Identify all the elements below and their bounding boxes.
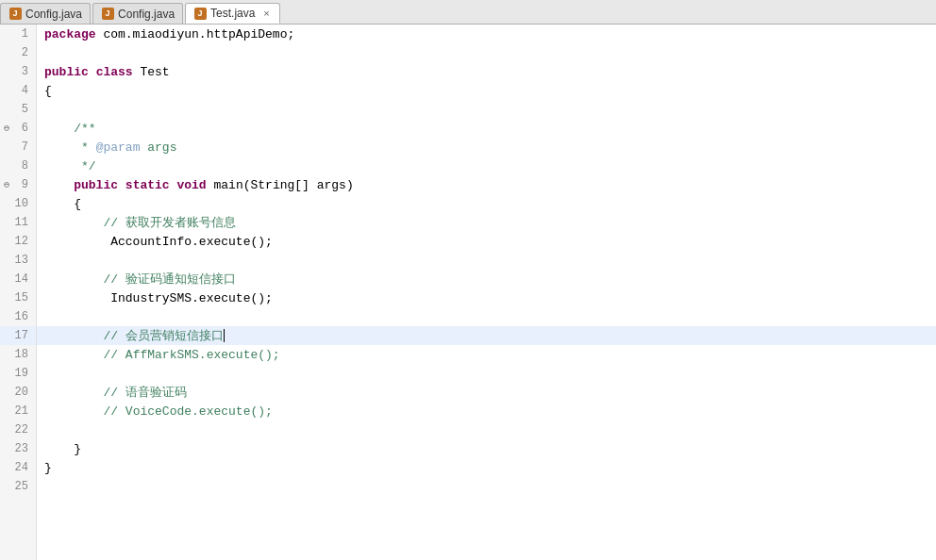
fold-icon-9[interactable]: ⊖ xyxy=(0,179,13,190)
tab-config1[interactable]: JConfig.java xyxy=(0,3,91,24)
line-number-24: 24 xyxy=(0,461,36,474)
gutter-row-8: 8 xyxy=(0,156,36,175)
token-param-tag: @param xyxy=(96,140,141,155)
token-javadoc: args xyxy=(140,140,176,155)
code-line-4: { xyxy=(37,81,936,100)
code-line-10: { xyxy=(37,194,936,213)
token-normal xyxy=(44,404,103,419)
tab-label-config1: Config.java xyxy=(25,8,82,21)
code-line-13 xyxy=(37,251,936,270)
line-number-18: 18 xyxy=(0,348,36,361)
line-number-8: 8 xyxy=(0,159,36,173)
gutter-row-6: ⊖6 xyxy=(0,119,36,138)
code-line-18: // AffMarkSMS.execute(); xyxy=(37,345,936,364)
gutter-row-14: 14 xyxy=(0,270,36,288)
token-normal xyxy=(44,272,103,287)
line-number-3: 3 xyxy=(0,65,36,78)
gutter-row-18: 18 xyxy=(0,345,36,364)
code-line-8: */ xyxy=(37,156,936,175)
code-area[interactable]: package com.miaodiyun.httpApiDemo; publi… xyxy=(37,25,936,560)
gutter-row-11: 11 xyxy=(0,213,36,232)
token-normal xyxy=(44,329,103,343)
fold-icon-6[interactable]: ⊖ xyxy=(0,123,13,134)
token-normal: } xyxy=(44,442,81,456)
line-number-25: 25 xyxy=(0,480,36,493)
code-line-5 xyxy=(37,100,936,119)
code-line-24: } xyxy=(37,458,936,477)
text-cursor xyxy=(224,329,225,342)
gutter-row-5: 5 xyxy=(0,100,36,119)
gutter-row-3: 3 xyxy=(0,62,36,81)
line-number-13: 13 xyxy=(0,254,36,267)
tab-config2[interactable]: JConfig.java xyxy=(92,3,183,24)
gutter-row-12: 12 xyxy=(0,232,36,251)
line-number-22: 22 xyxy=(0,423,36,436)
code-line-21: // VoiceCode.execute(); xyxy=(37,402,936,420)
tab-icon-config2: J xyxy=(101,8,114,21)
code-line-20: // 语音验证码 xyxy=(37,383,936,402)
token-comment: // VoiceCode.execute(); xyxy=(103,404,272,419)
token-javadoc: * xyxy=(81,140,96,155)
token-comment: // AffMarkSMS.execute(); xyxy=(103,348,279,362)
token-kw-static: static xyxy=(125,178,170,192)
gutter-row-1: 1 xyxy=(0,25,36,43)
token-normal xyxy=(170,178,177,192)
line-number-11: 11 xyxy=(0,216,36,229)
token-normal: { xyxy=(44,197,81,211)
gutter-row-19: 19 xyxy=(0,364,36,383)
tab-test[interactable]: JTest.java× xyxy=(185,3,280,24)
tab-bar: JConfig.javaJConfig.javaJTest.java× xyxy=(0,0,936,25)
token-normal: com.miaodiyun.httpApiDemo; xyxy=(96,27,295,41)
tab-icon-config1: J xyxy=(8,8,22,21)
token-javadoc: /** xyxy=(74,122,95,136)
token-comment: // 语音验证码 xyxy=(103,384,186,401)
gutter-row-10: 10 xyxy=(0,194,36,213)
token-normal xyxy=(44,386,103,400)
line-number-20: 20 xyxy=(0,386,36,399)
token-normal: IndustrySMS.execute(); xyxy=(44,291,273,305)
gutter-row-9: ⊖9 xyxy=(0,175,36,194)
gutter-row-25: 25 xyxy=(0,477,36,496)
token-normal xyxy=(44,140,81,155)
code-line-16 xyxy=(37,307,936,326)
token-normal: Test xyxy=(133,65,170,79)
token-javadoc: */ xyxy=(81,159,96,173)
gutter-row-4: 4 xyxy=(0,81,36,100)
tab-icon-test: J xyxy=(193,7,207,20)
code-line-19 xyxy=(37,364,936,383)
line-number-16: 16 xyxy=(0,310,36,323)
line-number-12: 12 xyxy=(0,235,36,248)
gutter-row-21: 21 xyxy=(0,402,36,420)
token-kw-package: package xyxy=(44,27,96,41)
token-normal xyxy=(44,178,74,192)
gutter-row-23: 23 xyxy=(0,439,36,458)
gutter-row-17: 17 xyxy=(0,326,36,345)
gutter-row-13: 13 xyxy=(0,251,36,270)
code-line-25 xyxy=(37,477,936,496)
code-line-3: public class Test xyxy=(37,62,936,81)
line-number-7: 7 xyxy=(0,140,36,154)
gutter-row-2: 2 xyxy=(0,43,36,62)
gutter-row-7: 7 xyxy=(0,138,36,156)
line-number-1: 1 xyxy=(0,27,36,41)
gutter-row-15: 15 xyxy=(0,288,36,307)
gutter-row-24: 24 xyxy=(0,458,36,477)
code-line-14: // 验证码通知短信接口 xyxy=(37,270,936,288)
line-number-5: 5 xyxy=(0,103,36,116)
code-line-15: IndustrySMS.execute(); xyxy=(37,288,936,307)
token-normal: } xyxy=(44,461,52,475)
line-number-2: 2 xyxy=(0,46,36,59)
code-line-22 xyxy=(37,420,936,439)
editor: 12345⊖678⊖910111213141516171819202122232… xyxy=(0,25,936,560)
token-normal xyxy=(44,159,81,173)
gutter-row-16: 16 xyxy=(0,307,36,326)
line-number-15: 15 xyxy=(0,291,36,305)
line-number-17: 17 xyxy=(0,329,36,342)
tab-close-test[interactable]: × xyxy=(260,8,272,19)
token-normal: main(String[] args) xyxy=(207,178,354,192)
token-normal xyxy=(44,216,103,230)
line-number-14: 14 xyxy=(0,272,36,286)
line-gutter: 12345⊖678⊖910111213141516171819202122232… xyxy=(0,25,37,560)
line-number-19: 19 xyxy=(0,367,36,380)
code-line-1: package com.miaodiyun.httpApiDemo; xyxy=(37,25,936,43)
